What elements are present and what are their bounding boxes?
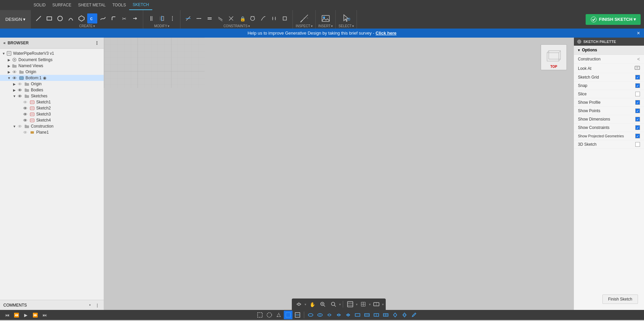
checkbox-show-dimensions[interactable]: ✓ — [635, 117, 640, 122]
select-tool[interactable] — [341, 13, 351, 24]
tree-expand-bottom1[interactable]: ▼ — [7, 76, 11, 80]
collinear-tool[interactable] — [194, 13, 204, 24]
look-at-btn[interactable] — [635, 65, 640, 71]
bottom-shape2-btn[interactable] — [316, 311, 324, 319]
construction-tool[interactable]: C — [87, 13, 97, 24]
banner-link[interactable]: Click here — [376, 31, 396, 36]
palette-options-header[interactable]: ▼ Options — [574, 46, 644, 55]
insert-image-tool[interactable] — [321, 13, 331, 24]
pan-btn[interactable]: ✋ — [307, 299, 317, 309]
scissors-tool[interactable]: ✂ — [119, 13, 129, 24]
tree-item-origin[interactable]: ▶ Origin — [0, 69, 104, 75]
tree-item-origin2[interactable]: ▶ Origin — [0, 81, 104, 87]
bottom-paint-sel-btn[interactable] — [284, 311, 292, 319]
tab-tools[interactable]: TOOLS — [109, 0, 129, 10]
tree-item-sketch2[interactable]: Sketch2 — [0, 105, 104, 111]
tab-solid[interactable]: SOLID — [30, 0, 49, 10]
tree-item-sketch3[interactable]: Sketch3 — [0, 111, 104, 117]
playback-start-btn[interactable]: ⏮ — [3, 311, 11, 319]
checkbox-3d-sketch[interactable] — [635, 142, 640, 147]
playback-play-btn[interactable]: ▶ — [21, 311, 30, 319]
playback-prev-btn[interactable]: ⏪ — [12, 311, 21, 319]
bottom-freeform-sel-btn[interactable] — [274, 311, 283, 319]
tree-item-construction[interactable]: ▼ Construction — [0, 123, 104, 129]
bottom-shape8-btn[interactable] — [372, 311, 381, 319]
tree-expand-root[interactable]: ▼ — [1, 52, 6, 55]
tab-sheet-metal[interactable]: SHEET METAL — [75, 0, 109, 10]
bottom-shape10-btn[interactable] — [391, 311, 399, 319]
bottom-shape6-btn[interactable] — [353, 311, 362, 319]
tree-item-root[interactable]: ▼ WaterPipeRouterV3 v1 — [0, 50, 104, 57]
playback-next-btn[interactable]: ⏩ — [31, 311, 40, 319]
zoom-window-btn[interactable] — [328, 299, 338, 309]
tree-expand-named-views[interactable]: ▶ — [7, 64, 11, 68]
fillet-sketch-tool[interactable] — [109, 13, 119, 24]
tree-item-named-views[interactable]: ▶ Named Views — [0, 63, 104, 69]
equal-tool[interactable] — [205, 13, 215, 24]
tree-item-bodies[interactable]: ▶ Bodies — [0, 87, 104, 93]
display-settings-btn[interactable] — [345, 299, 355, 309]
rect-tool[interactable] — [44, 13, 54, 24]
checkbox-show-profile[interactable]: ✓ — [635, 100, 640, 105]
checkbox-snap[interactable]: ✓ — [635, 83, 640, 88]
banner-close[interactable]: × — [637, 30, 640, 36]
tree-item-plane1[interactable]: Plane1 — [0, 129, 104, 135]
view-cube[interactable]: TOP — [541, 44, 567, 70]
bottom-pencil-btn[interactable] — [410, 311, 418, 319]
mirror-tool[interactable] — [157, 13, 167, 24]
checkbox-sketch-grid[interactable]: ✓ — [635, 75, 640, 80]
bottom-shape4-btn[interactable] — [334, 311, 343, 319]
coincident-tool[interactable] — [183, 13, 193, 24]
construction-icon-btn[interactable]: < — [637, 56, 640, 62]
spline-tool[interactable] — [98, 13, 108, 24]
tab-sketch[interactable]: SKETCH — [129, 0, 152, 10]
bottom-shape1-btn[interactable] — [306, 311, 315, 319]
checkbox-show-constraints[interactable]: ✓ — [635, 125, 640, 130]
finish-sketch-toolbar-btn[interactable]: FINISH SKETCH ▾ — [586, 14, 641, 25]
extend-tool[interactable] — [130, 13, 140, 24]
viewport-btn[interactable] — [371, 299, 381, 309]
tree-item-sketches[interactable]: ▼ Sketches — [0, 93, 104, 99]
pattern-tool[interactable] — [167, 13, 177, 24]
lock-tool[interactable]: 🔒 — [237, 13, 247, 24]
tree-item-bottom1[interactable]: ▼ Bottom:1 ◉ — [0, 75, 104, 81]
midpoint-tool[interactable] — [280, 13, 290, 24]
tree-item-sketch4[interactable]: Sketch4 — [0, 117, 104, 123]
parallel-tool[interactable] — [215, 13, 225, 24]
tree-expand-sketches[interactable]: ▼ — [12, 94, 17, 98]
offset-tool[interactable] — [146, 13, 156, 24]
browser-collapse-btn[interactable]: « — [3, 41, 6, 45]
bottom-shape3-btn[interactable] — [325, 311, 334, 319]
checkbox-show-projected[interactable]: ✓ — [635, 134, 640, 138]
zoom-btn[interactable] — [318, 299, 328, 309]
comments-options-btn[interactable]: • — [87, 302, 93, 308]
bottom-shape7-btn[interactable] — [363, 311, 371, 319]
bottom-edge-sel-btn[interactable] — [293, 311, 302, 319]
browser-options-btn[interactable] — [94, 40, 100, 46]
arc-tool[interactable] — [66, 13, 76, 24]
canvas-area[interactable]: 2.50 10.00 11.00 3.75 9.80 1.20 — [104, 38, 574, 310]
tree-item-sketch1[interactable]: Sketch1 — [0, 99, 104, 105]
polygon-tool[interactable] — [76, 13, 87, 24]
measure-tool[interactable]: ←→ — [299, 13, 309, 24]
checkbox-slice[interactable] — [635, 92, 640, 96]
tree-expand-doc-settings[interactable]: ▶ — [7, 58, 11, 62]
bottom-circle-sel-btn[interactable] — [265, 311, 274, 319]
circle-tool[interactable] — [55, 13, 65, 24]
symmetric-tool[interactable] — [269, 13, 279, 24]
bottom-rect-sel-btn[interactable] — [256, 311, 264, 319]
line-tool[interactable] — [34, 13, 44, 24]
tree-item-doc-settings[interactable]: ▶ Document Settings — [0, 57, 104, 63]
comments-collapse-btn[interactable]: | — [94, 302, 100, 308]
finish-sketch-palette-btn[interactable]: Finish Sketch — [602, 294, 638, 304]
design-button[interactable]: DESIGN ▾ — [0, 10, 31, 29]
tangent-tool[interactable] — [248, 13, 258, 24]
tree-expand-construction[interactable]: ▼ — [12, 125, 17, 128]
bottom-shape5-btn[interactable] — [344, 311, 353, 319]
tree-expand-bodies[interactable]: ▶ — [12, 88, 17, 92]
tree-expand-origin2[interactable]: ▶ — [12, 82, 17, 86]
orbit-btn[interactable] — [294, 299, 304, 309]
bottom-shape11-btn[interactable] — [400, 311, 409, 319]
smooth-tool[interactable] — [258, 13, 268, 24]
checkbox-show-points[interactable]: ✓ — [635, 108, 640, 113]
